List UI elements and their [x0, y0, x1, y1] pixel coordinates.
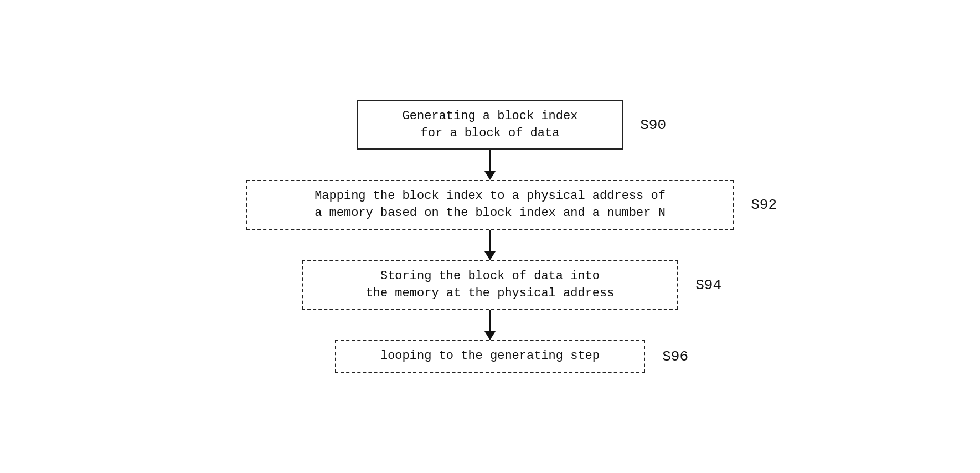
- step-s92-line1: Mapping the block index to a physical ad…: [261, 188, 719, 205]
- arrow-2-line: [489, 230, 491, 251]
- flowchart: Generating a block index for a block of …: [246, 100, 734, 373]
- step-s90-line2: for a block of data: [372, 125, 608, 142]
- step-s92-line2: a memory based on the block index and a …: [261, 205, 719, 222]
- step-s90-wrapper: Generating a block index for a block of …: [357, 100, 623, 150]
- arrow-1: [484, 150, 496, 180]
- step-s96-wrapper: looping to the generating step S96: [335, 340, 645, 373]
- step-s92-label: S92: [751, 197, 777, 213]
- step-s90-container: Generating a block index for a block of …: [357, 100, 623, 150]
- arrow-1-line: [489, 150, 491, 171]
- arrow-2: [484, 230, 496, 260]
- step-s94-line1: Storing the block of data into: [316, 268, 664, 285]
- arrow-2-head: [484, 251, 496, 260]
- step-s92-box: Mapping the block index to a physical ad…: [246, 180, 734, 230]
- arrow-1-head: [484, 171, 496, 180]
- arrow-3-head: [484, 331, 496, 340]
- step-s96-line1: looping to the generating step: [349, 348, 631, 365]
- step-s92-container: Mapping the block index to a physical ad…: [246, 180, 734, 230]
- step-s90-box: Generating a block index for a block of …: [357, 100, 623, 150]
- step-s90-label: S90: [640, 117, 666, 133]
- step-s90-line1: Generating a block index: [372, 108, 608, 125]
- step-s94-box: Storing the block of data into the memor…: [302, 260, 678, 310]
- step-s94-label: S94: [695, 277, 721, 294]
- step-s92-wrapper: Mapping the block index to a physical ad…: [246, 180, 734, 230]
- step-s94-wrapper: Storing the block of data into the memor…: [302, 260, 678, 310]
- step-s96-box: looping to the generating step: [335, 340, 645, 373]
- step-s96-label: S96: [662, 348, 688, 365]
- step-s94-container: Storing the block of data into the memor…: [302, 260, 678, 310]
- arrow-3: [484, 310, 496, 340]
- arrow-3-line: [489, 310, 491, 331]
- step-s94-line2: the memory at the physical address: [316, 285, 664, 302]
- step-s96-container: looping to the generating step S96: [335, 340, 645, 373]
